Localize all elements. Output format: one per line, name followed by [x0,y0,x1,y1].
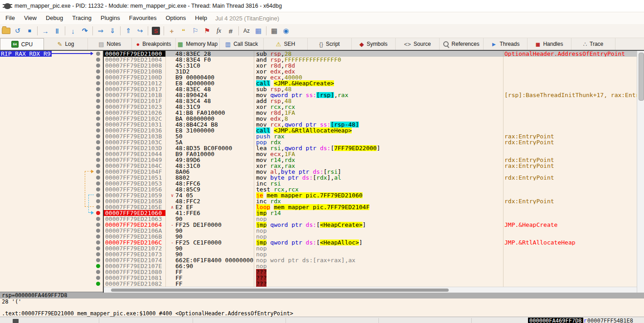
instruction-cell[interactable]: nop [254,251,503,257]
address-cell[interactable]: 00007FF79ED2105E [104,204,165,210]
step-out-icon[interactable]: ⇑ [123,26,134,36]
instruction-cell[interactable]: jmp qword ptr ds:[<HeapAlloc>] [254,240,503,245]
menu-tracing[interactable]: Tracing [68,12,96,24]
address-cell[interactable]: 00007FF79ED2103B [104,133,165,139]
address-cell[interactable]: 00007FF79ED2106B [104,234,165,240]
stack-peek-row[interactable]: 000000FA469FF7D8 r 00007FFF54B1E8 [528,318,633,323]
bytes-cell[interactable]: ∨74 05 [165,192,254,198]
menu-options[interactable]: Options [161,12,190,24]
address-cell[interactable]: 00007FF79ED2107E [104,263,165,269]
instruction-cell[interactable]: jmp qword ptr ds:[<HeapCreate>] [254,222,503,228]
menu-help[interactable]: Help [190,12,212,24]
bytes-cell[interactable]: 48:8B4C24 B8 [165,122,254,127]
tab-memory-map[interactable]: ▦Memory Map [176,38,220,50]
tab-seh[interactable]: ⚠SEH [264,38,308,50]
address-cell[interactable]: 00007FF79ED21012 [104,80,165,86]
instruction-cell[interactable]: ??? [254,269,503,275]
bytes-cell[interactable]: 48:83C4 48 [165,98,254,104]
bytes-cell[interactable]: 49:89D6 [165,157,254,163]
address-cell[interactable]: 00007FF79ED21004 [104,57,165,63]
bytes-cell[interactable]: 48:31C0 [165,163,254,169]
dump-tab-icon[interactable] [13,319,19,323]
stop-icon[interactable]: ■ [24,26,35,36]
bytes-cell[interactable]: 41:B8 FA010000 [165,110,254,116]
horizontal-scrollbar-thumb[interactable] [111,289,449,292]
address-cell[interactable]: 00007FF79ED21064 [104,222,165,228]
tab-source[interactable]: <>Source [396,38,440,50]
bytes-cell[interactable]: 8802 [165,175,254,181]
address-cell[interactable]: 00007FF79ED21056 [104,186,165,192]
address-cell[interactable]: 00007FF79ED2100B [104,69,165,74]
bytes-cell[interactable]: 90 [165,251,254,257]
bytes-cell[interactable]: 48:31C9 [165,104,254,110]
instruction-cell[interactable]: inc rsi [254,181,503,186]
instruction-cell[interactable]: jmp r14 [254,210,503,216]
tab-breakpoints[interactable]: ●Breakpoints [132,38,176,50]
bytes-cell[interactable]: 45:31C0 [165,63,254,69]
instruction-cell[interactable]: mov r14,rdx [254,157,503,163]
tab-handles[interactable]: ◼Handles [528,38,571,50]
address-cell[interactable]: 00007FF79ED21044 [104,151,165,157]
address-cell[interactable]: 00007FF79ED21036 [104,127,165,133]
stack-value[interactable]: 00007FFF54B1E8 [587,318,633,323]
address-cell[interactable]: 00007FF79ED21072 [104,245,165,251]
bytes-cell[interactable]: 5A [165,139,254,145]
address-cell[interactable]: 00007FF79ED21000 [104,51,165,57]
bytes-cell[interactable]: 90 [165,234,254,240]
vertical-scrollbar-thumb[interactable] [639,53,644,101]
address-cell[interactable]: 00007FF79ED2100D [104,74,165,80]
instruction-cell[interactable]: mov rcx,qword ptr ss:[rsp-48] [254,122,503,127]
instruction-cell[interactable]: je mem_mapper_pic.7FF79ED21060 [254,192,503,198]
run-to-user-code-icon[interactable]: ⇒ [95,26,106,36]
internet-icon[interactable]: ◉ [281,26,291,36]
address-cell[interactable]: 00007FF79ED2103C [104,139,165,145]
bookmarks-icon[interactable]: ⚑ [202,26,213,36]
address-cell[interactable]: 00007FF79ED2102C [104,116,165,122]
instruction-cell[interactable]: xor edx,edx [254,69,503,74]
bytes-cell[interactable]: 41:FFE6 [165,210,254,216]
instruction-cell[interactable]: xor rcx,rcx [254,104,503,110]
bytes-cell[interactable]: B9 FA010000 [165,151,254,157]
instruction-cell[interactable]: ??? [254,281,503,287]
address-cell[interactable]: 00007FF79ED21053 [104,181,165,186]
bytes-cell[interactable]: 50 [165,133,254,139]
tab-log[interactable]: ✎Log [44,38,88,50]
tab-notes[interactable]: ▤Notes [88,38,132,50]
address-cell[interactable]: 00007FF79ED2103D [104,145,165,151]
comments-icon[interactable]: “ [178,26,189,36]
functions-icon[interactable]: fx [213,26,224,36]
step-into-icon[interactable]: ↓ [68,26,78,36]
instruction-cell[interactable]: mov ecx,1FA [254,151,503,157]
instruction-cell[interactable]: mov r8d,1FA [254,110,503,116]
instruction-cell[interactable]: mov al,byte ptr ds:[rsi] [254,169,503,175]
font-icon[interactable]: Az [241,26,252,36]
menu-plugins[interactable]: Plugins [96,12,125,24]
instruction-cell[interactable]: mov byte ptr ds:[rdx],al [254,175,503,181]
instruction-cell[interactable]: test rcx,rcx [254,186,503,192]
tab-threads[interactable]: ►Threads [484,38,528,50]
instruction-cell[interactable]: pop rdx [254,139,503,145]
bytes-cell[interactable]: 48:FFC2 [165,198,254,204]
address-cell[interactable]: 00007FF79ED2105B [104,198,165,204]
instruction-cell[interactable]: inc rdx [254,198,503,204]
pause-icon[interactable]: ‖ [52,26,63,36]
instruction-cell[interactable]: sub rsp,28 [254,51,503,57]
hash-icon[interactable]: # [225,26,236,36]
address-cell[interactable]: 00007FF79ED2104C [104,163,165,169]
stop-animation-icon[interactable]: S [150,26,161,36]
address-cell[interactable]: 00007FF79ED21082 [104,281,165,287]
instruction-cell[interactable]: nop [254,263,503,269]
instruction-cell[interactable]: lea rsi,qword ptr ds:[7FF79ED22000] [254,145,503,151]
address-cell[interactable]: 00007FF79ED21063 [104,216,165,222]
instruction-cell[interactable]: nop word ptr ds:[rax+rax],ax [254,257,503,263]
instruction-cell[interactable]: nop [254,245,503,251]
tab-call-stack[interactable]: ▥Call Stack [220,38,264,50]
bytes-cell[interactable]: 66:90 [165,263,254,269]
bytes-cell[interactable]: 90 [165,245,254,251]
bytes-cell[interactable]: 48:83EC 48 [165,86,254,92]
address-cell[interactable]: 00007FF79ED21049 [104,157,165,163]
bytes-cell[interactable]: FF [165,281,254,287]
bytes-cell[interactable]: 8A06 [165,169,254,175]
menu-favourites[interactable]: Favourites [125,12,161,24]
bytes-cell[interactable]: 90 [165,228,254,234]
